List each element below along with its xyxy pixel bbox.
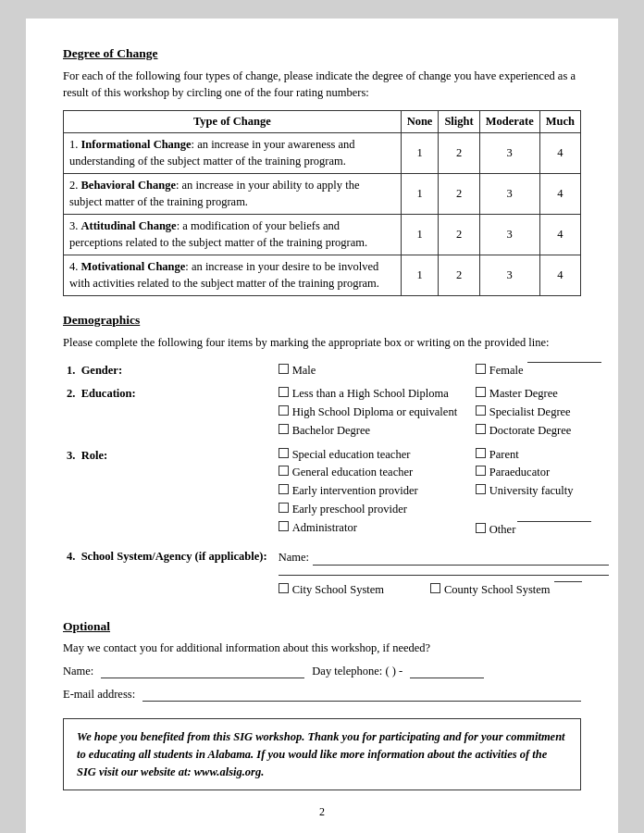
edu-doctorate-label: Doctorate Degree <box>489 422 572 440</box>
role-para-checkbox[interactable] <box>476 466 486 476</box>
edu-less-hs-checkbox[interactable] <box>279 387 289 397</box>
change-desc-cell: 2. Behavioral Change: an increase in you… <box>64 174 402 215</box>
gender-row: 1. Gender: Male Female <box>63 359 613 383</box>
school-name-field[interactable] <box>313 565 609 566</box>
role-para: Paraeducator <box>476 464 609 481</box>
school-name-label: Name: <box>279 549 309 566</box>
degree-of-change-section: Degree of Change For each of the followi… <box>63 46 581 296</box>
optional-text: May we contact you for additional inform… <box>63 641 581 655</box>
gender-num: 1. <box>67 364 81 377</box>
role-parent: Parent <box>476 446 609 464</box>
edu-bachelor: Bachelor Degree <box>279 422 468 440</box>
name-form-label: Name: <box>63 665 93 678</box>
rating-cell-1-3: 4 <box>539 174 580 215</box>
role-para-label: Paraeducator <box>489 464 550 481</box>
role-early-int-checkbox[interactable] <box>279 484 289 494</box>
county-school-checkbox[interactable] <box>430 583 440 593</box>
role-admin: Administrator <box>279 519 468 537</box>
male-label: Male <box>292 362 316 379</box>
demographics-table: 1. Gender: Male Female <box>63 359 613 603</box>
col-header-moderate: Moderate <box>479 111 539 133</box>
role-label: 3. Role: <box>63 443 275 542</box>
phone-form-label: Day telephone: ( ) - <box>312 665 402 678</box>
edu-bachelor-label: Bachelor Degree <box>292 422 370 440</box>
role-uni: University faculty <box>476 482 609 500</box>
table-row: 2. Behavioral Change: an increase in you… <box>64 174 581 215</box>
role-admin-checkbox[interactable] <box>279 521 289 531</box>
role-parent-label: Parent <box>489 446 519 464</box>
education-col2: Master Degree Specialist Degree Doctorat… <box>472 382 613 442</box>
gender-male: Male <box>279 362 468 379</box>
role-other-label: Other <box>489 521 515 539</box>
demographics-section: Demographics Please complete the followi… <box>63 313 581 603</box>
edu-specialist: Specialist Degree <box>476 404 609 421</box>
edu-master-checkbox[interactable] <box>476 387 486 397</box>
school-name-row: Name: <box>279 545 609 568</box>
change-desc-cell: 3. Attitudinal Change: a modification of… <box>64 215 402 255</box>
change-table: Type of Change None Slight Moderate Much… <box>63 110 581 296</box>
edu-doctorate: Doctorate Degree <box>476 422 609 440</box>
closing-box: We hope you benefited from this SIG work… <box>63 718 581 790</box>
rating-cell-1-1: 2 <box>439 174 479 215</box>
role-uni-checkbox[interactable] <box>476 484 486 494</box>
role-other-checkbox[interactable] <box>476 523 486 533</box>
rating-cell-0-3: 4 <box>539 133 580 174</box>
gender-col1: Male <box>275 359 472 383</box>
degree-intro-text: For each of the following four types of … <box>63 68 581 101</box>
role-col2: Parent Paraeducator University faculty <box>472 443 613 542</box>
email-form-field[interactable] <box>142 701 581 702</box>
table-row: 1. Informational Change: an increase in … <box>64 133 581 174</box>
col-header-none: None <box>401 111 439 133</box>
edu-hs: High School Diploma or equivalent <box>279 404 468 421</box>
role-early-pre: Early preschool provider <box>279 501 468 518</box>
role-sped-checkbox[interactable] <box>279 448 289 458</box>
degree-of-change-title: Degree of Change <box>63 46 581 61</box>
role-gen-ed-checkbox[interactable] <box>279 466 289 476</box>
col-header-type: Type of Change <box>64 111 402 133</box>
edu-bachelor-checkbox[interactable] <box>279 424 289 434</box>
table-row: 3. Attitudinal Change: a modification of… <box>64 215 581 255</box>
rating-cell-3-2: 3 <box>479 255 539 296</box>
role-early-pre-label: Early preschool provider <box>292 501 407 518</box>
role-early-pre-checkbox[interactable] <box>279 503 289 513</box>
other-field[interactable] <box>517 521 591 522</box>
role-parent-checkbox[interactable] <box>476 448 486 458</box>
male-checkbox[interactable] <box>279 364 289 374</box>
gender-col2: Female <box>472 359 613 383</box>
email-row: E-mail address: <box>63 688 581 702</box>
edu-less-hs: Less than a High School Diploma <box>279 385 468 403</box>
role-early-int-label: Early intervention provider <box>292 482 418 500</box>
education-row: 2. Education: Less than a High School Di… <box>63 382 613 442</box>
role-early-int: Early intervention provider <box>279 482 468 500</box>
rating-cell-3-1: 2 <box>439 255 479 296</box>
edu-doctorate-checkbox[interactable] <box>476 424 486 434</box>
role-sped: Special education teacher <box>279 446 468 464</box>
school-content: Name: City School System County Sch <box>275 542 613 603</box>
optional-section: Optional May we contact you for addition… <box>63 619 581 702</box>
rating-cell-0-0: 1 <box>401 133 439 174</box>
rating-cell-1-2: 3 <box>479 174 539 215</box>
female-checkbox[interactable] <box>476 364 486 374</box>
table-row: 4. Motivational Change: an increase in y… <box>64 255 581 296</box>
closing-text: We hope you benefited from this SIG work… <box>77 730 565 778</box>
rating-cell-2-0: 1 <box>401 215 439 255</box>
col-header-slight: Slight <box>439 111 479 133</box>
rating-cell-3-3: 4 <box>539 255 580 296</box>
edu-hs-label: High School Diploma or equivalent <box>292 404 457 421</box>
role-gen-ed-label: General education teacher <box>292 464 413 481</box>
county-school: County School System <box>430 581 582 599</box>
role-other: Other <box>476 521 609 539</box>
edu-specialist-checkbox[interactable] <box>476 405 486 416</box>
rating-cell-1-0: 1 <box>401 174 439 215</box>
phone-form-field[interactable] <box>410 678 484 678</box>
role-admin-label: Administrator <box>292 519 357 537</box>
edu-hs-checkbox[interactable] <box>279 405 289 416</box>
role-sped-label: Special education teacher <box>292 446 411 464</box>
change-desc-cell: 1. Informational Change: an increase in … <box>64 133 402 174</box>
school-row: 4. School System/Agency (if applicable):… <box>63 542 613 603</box>
school-label: 4. School System/Agency (if applicable): <box>63 542 275 603</box>
name-form-field[interactable] <box>101 678 304 678</box>
education-label: 2. Education: <box>63 382 275 442</box>
school-system-row: City School System County School System <box>279 575 609 600</box>
city-school-checkbox[interactable] <box>279 583 289 593</box>
